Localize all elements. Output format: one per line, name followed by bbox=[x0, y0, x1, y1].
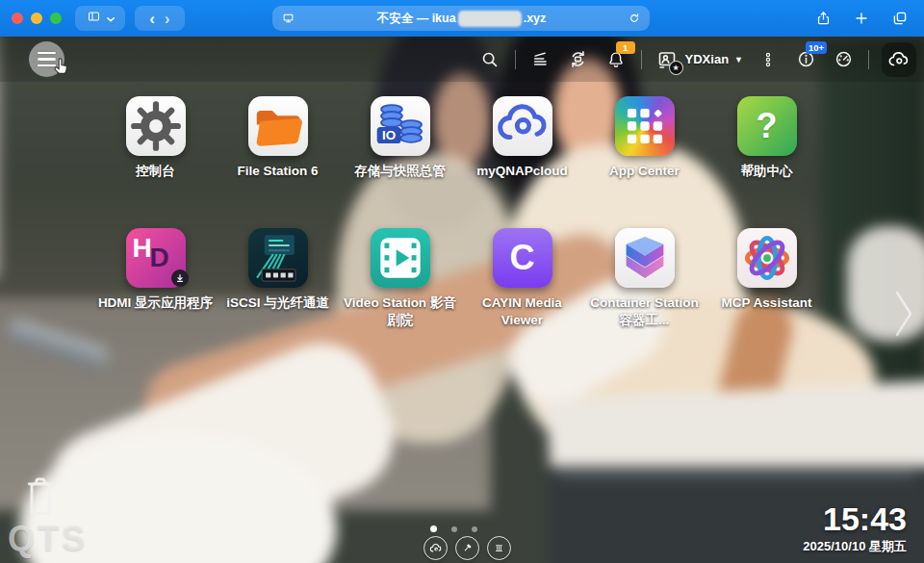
browser-titlebar: ‹ › 不安全 — ikua .xyz bbox=[0, 0, 924, 37]
myqnapcloud-cloud-icon bbox=[493, 96, 552, 156]
app-label: CAYIN Media Viewer bbox=[464, 294, 581, 329]
trash-can-icon[interactable] bbox=[21, 473, 60, 523]
page-dot-active[interactable] bbox=[430, 525, 437, 532]
question-mark: ? bbox=[757, 106, 778, 146]
mcp-knot-icon bbox=[737, 228, 797, 288]
page-display-icon bbox=[281, 12, 295, 25]
download-badge-icon bbox=[171, 269, 189, 287]
cayin-c-icon: C bbox=[493, 228, 552, 288]
back-button[interactable]: ‹ bbox=[149, 11, 155, 27]
storage-io-text: IO bbox=[382, 128, 396, 142]
app-label: App Center bbox=[609, 163, 680, 180]
app-label: 存储与快照总管 bbox=[354, 163, 446, 180]
app-label: File Station 6 bbox=[237, 163, 318, 180]
page-dots[interactable] bbox=[430, 525, 477, 532]
sync-external-device-icon[interactable] bbox=[566, 47, 591, 72]
user-star-badge-icon: ★ bbox=[669, 61, 683, 75]
more-options-icon[interactable] bbox=[756, 47, 781, 72]
app-center-grid-icon bbox=[615, 96, 675, 156]
cloud-shortcut-icon[interactable] bbox=[424, 536, 448, 560]
user-name: YDXian bbox=[685, 52, 730, 66]
quick-shortcuts bbox=[424, 536, 511, 560]
user-card-icon: ★ bbox=[654, 47, 680, 72]
video-filmstrip-play-icon bbox=[371, 228, 430, 288]
address-bar[interactable]: 不安全 — ikua .xyz bbox=[272, 6, 650, 31]
user-menu[interactable]: ★ YDXian ▼ bbox=[654, 47, 743, 72]
app-label: Container Station 容器工... bbox=[586, 294, 704, 329]
control-panel-gear-icon bbox=[126, 96, 186, 156]
app-label: 帮助中心 bbox=[741, 163, 793, 180]
app-myqnapcloud[interactable]: myQNAPcloud bbox=[461, 96, 583, 228]
new-tab-icon[interactable] bbox=[849, 6, 874, 31]
clock-time: 15:43 bbox=[803, 502, 907, 535]
reload-icon[interactable] bbox=[628, 12, 641, 25]
hamburger-icon bbox=[38, 52, 56, 55]
app-label: iSCSI 与光纤通道 bbox=[226, 294, 329, 312]
app-label: MCP Assistant bbox=[722, 294, 812, 312]
hdmi-letter-d: D bbox=[150, 243, 169, 273]
qts-toolbar: 1 ★ YDXian ▼ 10+ bbox=[0, 37, 924, 82]
app-help-center[interactable]: ? 帮助中心 bbox=[706, 96, 828, 228]
container-station-m-icon bbox=[615, 228, 675, 288]
app-app-center[interactable]: App Center bbox=[583, 96, 706, 228]
browser-actions bbox=[810, 5, 912, 32]
help-question-icon: ? bbox=[737, 96, 797, 156]
columns-shortcut-icon[interactable] bbox=[487, 536, 511, 560]
share-icon[interactable] bbox=[810, 6, 835, 31]
app-storage-snapshots[interactable]: IO 存储与快照总管 bbox=[339, 96, 461, 228]
app-iscsi-fibre[interactable]: iSCSI 与光纤通道 bbox=[217, 228, 339, 360]
user-caret-icon: ▼ bbox=[734, 55, 743, 64]
address-redacted-blur bbox=[458, 11, 522, 27]
app-label: HDMI 显示应用程序 bbox=[98, 294, 213, 312]
clock-date: 2025/10/10 星期五 bbox=[803, 538, 907, 555]
sidebar-icon bbox=[86, 10, 102, 27]
qts-toolbar-actions: 1 ★ YDXian ▼ 10+ bbox=[477, 37, 916, 82]
next-page-chevron-icon[interactable] bbox=[891, 287, 916, 345]
address-suffix: .xyz bbox=[524, 12, 547, 25]
iscsi-server-icon bbox=[248, 228, 308, 288]
window-controls bbox=[12, 13, 62, 24]
background-tasks-icon[interactable] bbox=[528, 47, 553, 72]
app-cayin-media-viewer[interactable]: C CAYIN Media Viewer bbox=[461, 228, 583, 360]
wallpaper-shape bbox=[558, 473, 914, 476]
notification-bell-icon[interactable]: 1 bbox=[603, 47, 629, 72]
hand-cursor bbox=[50, 56, 71, 83]
qts-watermark: QTS bbox=[8, 519, 88, 559]
cayin-letter-c: C bbox=[510, 238, 535, 278]
app-label: myQNAPcloud bbox=[476, 163, 568, 180]
hdmi-hd-icon: H D bbox=[126, 228, 186, 288]
zoom-window-button[interactable] bbox=[50, 13, 62, 24]
minimize-window-button[interactable] bbox=[31, 13, 42, 24]
app-label: 控制台 bbox=[136, 163, 175, 180]
tools-shortcut-icon[interactable] bbox=[455, 536, 479, 560]
app-hdmi-display[interactable]: H D HDMI 显示应用程序 bbox=[94, 228, 217, 360]
sidebar-toggle-button[interactable] bbox=[75, 6, 125, 31]
dashboard-gauge-icon[interactable] bbox=[831, 47, 856, 72]
app-video-station[interactable]: Video Station 影音剧院 bbox=[339, 228, 461, 360]
page-dot[interactable] bbox=[451, 526, 457, 532]
storage-disks-icon: IO bbox=[371, 96, 430, 156]
tab-overview-icon[interactable] bbox=[887, 6, 912, 31]
chevron-down-icon bbox=[106, 10, 116, 27]
search-icon[interactable] bbox=[477, 47, 502, 72]
notification-badge: 1 bbox=[616, 41, 635, 54]
forward-button[interactable]: › bbox=[165, 11, 170, 27]
qnap-cloud-button[interactable] bbox=[882, 42, 916, 77]
page-dot[interactable] bbox=[472, 526, 477, 532]
toolbar-separator bbox=[641, 50, 642, 69]
app-control-panel[interactable]: 控制台 bbox=[94, 96, 217, 228]
toolbar-separator bbox=[515, 50, 516, 69]
app-label: Video Station 影音剧院 bbox=[342, 294, 459, 329]
resource-badge: 10+ bbox=[806, 41, 827, 54]
address-prefix: 不安全 — ikua bbox=[377, 11, 456, 27]
file-station-folder-icon bbox=[248, 96, 308, 156]
app-file-station[interactable]: File Station 6 bbox=[217, 96, 339, 228]
desktop-icon-grid: 控制台 File Station 6 IO 存储与快照总管 bbox=[94, 96, 830, 360]
toolbar-separator bbox=[868, 50, 869, 69]
nav-buttons: ‹ › bbox=[135, 6, 185, 31]
app-container-station[interactable]: Container Station 容器工... bbox=[583, 228, 706, 360]
resource-info-icon[interactable]: 10+ bbox=[793, 47, 818, 72]
app-mcp-assistant[interactable]: MCP Assistant bbox=[706, 228, 828, 360]
address-text: 不安全 — ikua .xyz bbox=[295, 11, 628, 27]
close-window-button[interactable] bbox=[12, 13, 23, 24]
